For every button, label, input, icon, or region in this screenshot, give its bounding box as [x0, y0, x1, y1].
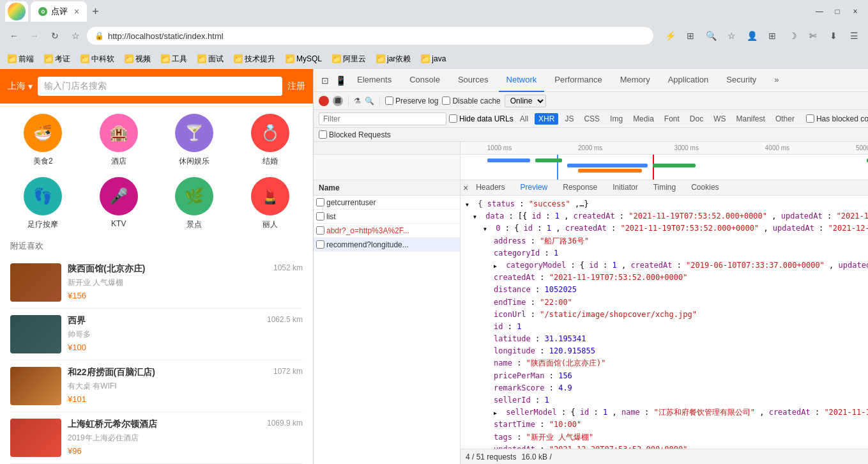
request-checkbox[interactable] — [314, 226, 326, 235]
bookmark-interview[interactable]: 📁 面试 — [195, 52, 226, 66]
bookmark-tech[interactable]: 📁 技术提升 — [231, 52, 278, 66]
json-viewer[interactable]: { status : "success" ,…} data : [{ id — [461, 196, 868, 449]
category-scenic[interactable]: 🌿 景点 — [162, 177, 227, 230]
register-button[interactable]: 注册 — [287, 81, 305, 92]
category-hotel[interactable]: 🏨 酒店 — [86, 114, 152, 167]
expand-item0[interactable] — [483, 222, 491, 235]
minimize-button[interactable]: — — [812, 4, 827, 19]
category-food[interactable]: 🍜 美食2 — [10, 114, 76, 167]
has-blocked-cookies-checkbox[interactable]: Has blocked cookies — [806, 114, 868, 123]
bookmark-tools[interactable]: 📁 工具 — [158, 52, 190, 66]
restaurant-item-1[interactable]: 陕西面馆(北京亦庄) 1052 km 新开业 人气爆棚 ¥156 — [10, 257, 303, 309]
category-wedding[interactable]: 💍 结婚 — [238, 114, 303, 167]
tab-performance[interactable]: Performance — [547, 69, 609, 92]
moon-icon[interactable]: ☽ — [784, 27, 802, 45]
bookmark-qianduan[interactable]: 📁 前端 — [5, 52, 36, 66]
filter-font[interactable]: Font — [660, 113, 683, 125]
hide-data-urls-input[interactable] — [449, 114, 457, 123]
store-search-input[interactable]: 输入门店名搜索 — [38, 77, 282, 96]
filter-img[interactable]: Img — [606, 113, 627, 125]
request-row-list[interactable]: list — [314, 210, 460, 224]
expand-data[interactable] — [473, 210, 481, 222]
bookmark-star-icon[interactable]: ☆ — [722, 27, 740, 45]
blocked-requests-checkbox[interactable]: Blocked Requests — [319, 130, 391, 139]
address-bar[interactable]: 🔒 http://localhost/static/index.html — [87, 27, 653, 45]
filter-other[interactable]: Other — [772, 113, 798, 125]
active-tab[interactable]: ✿ 点评 × — [31, 1, 87, 22]
bookmark-mysql[interactable]: 📁 MySQL — [283, 53, 324, 65]
request-checkbox[interactable] — [314, 212, 326, 220]
stop-button[interactable]: ⬛ — [333, 96, 343, 106]
new-tab-button[interactable]: + — [87, 3, 104, 21]
request-row-abdr[interactable]: abdr?_o=http%3A%2F... — [314, 224, 460, 238]
filter-css[interactable]: CSS — [580, 113, 604, 125]
grid-icon[interactable]: ⊞ — [763, 27, 781, 45]
search-icon[interactable]: 🔍 — [702, 27, 720, 45]
devtools-device-icon[interactable]: 📱 — [334, 74, 347, 87]
filter-icon[interactable]: ⚗ — [354, 97, 361, 105]
tab-response[interactable]: Response — [555, 180, 605, 197]
tab-memory[interactable]: Memory — [613, 69, 658, 92]
restaurant-item-4[interactable]: 上海虹桥元希尔顿酒店 1069.9 km 2019年上海必住酒店 ¥96 — [10, 412, 303, 464]
tab-application[interactable]: Application — [660, 69, 717, 92]
filter-xhr[interactable]: XHR — [535, 113, 558, 125]
bookmark-video[interactable]: 📁 视频 — [122, 52, 153, 66]
throttle-select[interactable]: Online — [505, 95, 546, 107]
filter-ws[interactable]: WS — [710, 113, 729, 125]
profile-icon[interactable]: 👤 — [743, 27, 761, 45]
download-icon[interactable]: ⬇ — [825, 27, 842, 45]
bookmark-kaoz[interactable]: 📁 考证 — [42, 52, 73, 66]
city-selector[interactable]: 上海 ▾ — [8, 81, 33, 92]
refresh-button[interactable]: ↻ — [46, 27, 64, 45]
menu-icon[interactable]: ☰ — [845, 27, 863, 45]
close-button[interactable]: × — [848, 4, 863, 19]
home-button[interactable]: ☆ — [66, 27, 84, 45]
back-button[interactable]: ← — [5, 27, 23, 45]
all-filter[interactable]: All — [516, 113, 532, 125]
extension-icon-3[interactable]: ✄ — [804, 27, 822, 45]
extension-icon-1[interactable]: ⚡ — [661, 27, 679, 45]
tab-cookies[interactable]: Cookies — [683, 180, 726, 197]
category-beauty[interactable]: 💄 丽人 — [238, 177, 303, 230]
detail-close-button[interactable]: × — [463, 183, 468, 193]
tab-preview[interactable]: Preview — [513, 180, 556, 197]
filter-doc[interactable]: Doc — [686, 113, 707, 125]
expand-sellermodel[interactable] — [494, 406, 501, 419]
expand-categorymodel[interactable] — [494, 259, 501, 272]
search-icon[interactable]: 🔍 — [365, 97, 374, 105]
has-blocked-cookies-input[interactable] — [806, 114, 814, 123]
bookmark-java[interactable]: 📁 java — [418, 53, 448, 65]
tab-elements[interactable]: Elements — [349, 69, 399, 92]
blocked-requests-input[interactable] — [319, 130, 327, 139]
disable-cache-input[interactable] — [442, 97, 450, 105]
extension-icon-2[interactable]: ⊞ — [681, 27, 699, 45]
tab-timing[interactable]: Timing — [646, 180, 684, 197]
restaurant-item-3[interactable]: 和22府捞面(百脑汇店) 1072 km 有大桌 有WIFI ¥101 — [10, 360, 303, 412]
request-checkbox[interactable] — [314, 240, 326, 249]
preserve-log-input[interactable] — [385, 97, 393, 105]
category-leisure[interactable]: 🍸 休闲娱乐 — [162, 114, 227, 167]
record-button[interactable] — [319, 96, 329, 106]
request-row-getcurrentuser[interactable]: getcurrentuser — [314, 196, 460, 210]
forward-button[interactable]: → — [26, 27, 43, 45]
category-ktv[interactable]: 🎤 KTV — [86, 177, 152, 230]
expand-root[interactable] — [466, 198, 473, 210]
tab-console[interactable]: Console — [402, 69, 448, 92]
filter-manifest[interactable]: Manifest — [733, 113, 769, 125]
bookmark-jar[interactable]: 📁 jar依赖 — [374, 52, 413, 66]
tab-security[interactable]: Security — [719, 69, 764, 92]
hide-data-urls-checkbox[interactable]: Hide data URLs — [449, 114, 514, 123]
filter-js[interactable]: JS — [561, 113, 577, 125]
disable-cache-checkbox[interactable]: Disable cache — [442, 97, 500, 105]
filter-input[interactable] — [319, 112, 446, 125]
tab-close-button[interactable]: × — [74, 6, 79, 17]
request-checkbox[interactable] — [314, 198, 326, 206]
tab-network[interactable]: Network — [499, 69, 545, 92]
devtools-pointer-icon[interactable]: ⊡ — [319, 74, 331, 87]
filter-media[interactable]: Media — [629, 113, 658, 125]
preserve-log-checkbox[interactable]: Preserve log — [385, 97, 438, 105]
bookmark-zkr[interactable]: 📁 中科软 — [78, 52, 117, 66]
category-massage[interactable]: 👣 足疗按摩 — [10, 177, 76, 230]
bookmark-aliyun[interactable]: 📁 阿里云 — [330, 52, 369, 66]
maximize-button[interactable]: □ — [830, 4, 845, 19]
